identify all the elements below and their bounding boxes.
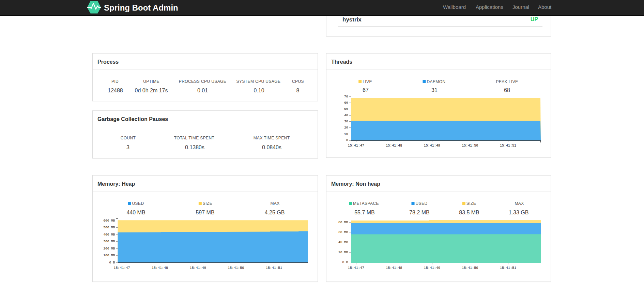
svg-text:15:41:50: 15:41:50 [462, 266, 478, 270]
svg-text:15:41:50: 15:41:50 [228, 266, 244, 270]
svg-text:300 MB: 300 MB [103, 240, 115, 243]
svg-text:15:41:49: 15:41:49 [424, 266, 440, 270]
svg-text:100 MB: 100 MB [103, 254, 115, 257]
svg-text:15:41:49: 15:41:49 [424, 144, 440, 148]
svg-text:40: 40 [344, 113, 348, 117]
svg-text:0 B: 0 B [342, 260, 348, 264]
svg-text:500 MB: 500 MB [103, 226, 115, 229]
svg-text:60: 60 [344, 101, 348, 105]
svg-text:20: 20 [344, 126, 348, 130]
svg-text:20 MB: 20 MB [338, 250, 348, 254]
svg-text:15:41:48: 15:41:48 [152, 266, 168, 270]
svg-text:60 MB: 60 MB [338, 230, 348, 234]
svg-text:600 MB: 600 MB [103, 219, 115, 223]
svg-text:0 B: 0 B [109, 261, 115, 264]
svg-text:15:41:51: 15:41:51 [266, 266, 282, 270]
svg-text:30: 30 [344, 120, 348, 123]
svg-text:15:41:47: 15:41:47 [348, 144, 364, 148]
svg-text:15:41:51: 15:41:51 [500, 144, 516, 148]
svg-text:40 MB: 40 MB [338, 240, 348, 244]
svg-text:15:41:49: 15:41:49 [190, 266, 206, 270]
svg-text:400 MB: 400 MB [103, 233, 115, 237]
svg-text:50: 50 [344, 107, 348, 111]
svg-text:15:41:48: 15:41:48 [386, 144, 402, 148]
svg-text:15:41:47: 15:41:47 [113, 266, 130, 270]
svg-text:0: 0 [346, 138, 348, 142]
svg-text:15:41:48: 15:41:48 [386, 266, 402, 270]
svg-text:15:41:51: 15:41:51 [500, 266, 516, 270]
svg-text:200 MB: 200 MB [103, 247, 115, 250]
svg-text:15:41:47: 15:41:47 [348, 266, 364, 270]
svg-text:10: 10 [344, 132, 348, 136]
svg-text:80 MB: 80 MB [338, 221, 348, 224]
svg-text:70: 70 [344, 95, 348, 98]
svg-text:15:41:50: 15:41:50 [462, 144, 478, 148]
